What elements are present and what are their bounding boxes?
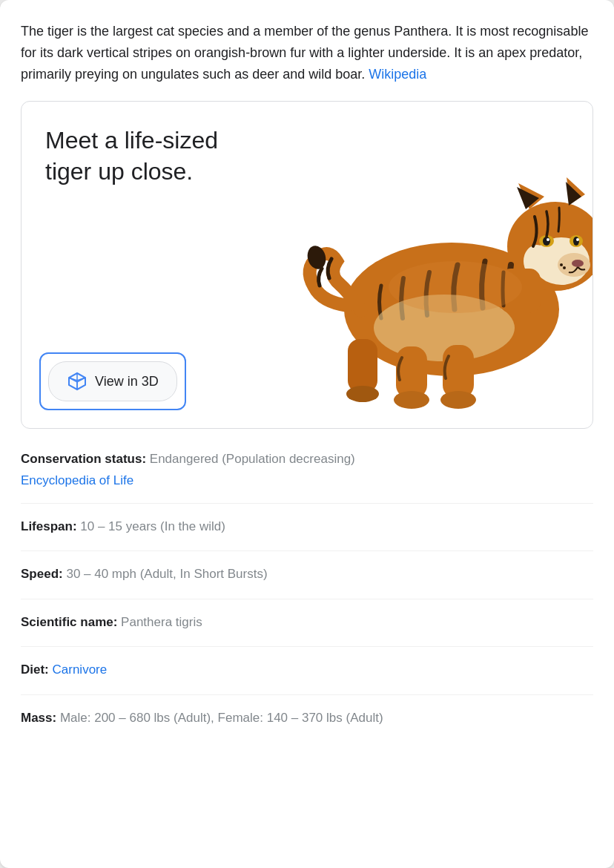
tiger-illustration [281, 109, 592, 421]
view-3d-frame: View in 3D [39, 352, 186, 410]
view-3d-wrapper: View in 3D [22, 352, 296, 428]
scientific-name-row: Scientific name: Panthera tigris [21, 599, 593, 632]
view-in-3d-button[interactable]: View in 3D [48, 361, 177, 401]
ar-text-section: Meet a life-sized tiger up close. [22, 102, 268, 350]
lifespan-value-text: 10 – 15 years (In the wild) [80, 519, 225, 533]
svg-point-21 [394, 391, 429, 409]
mass-label: Mass: [21, 711, 56, 725]
lifespan-label: Lifespan: [21, 519, 77, 533]
3d-cube-icon [67, 371, 88, 392]
conservation-value-text: Endangered (Population decreasing) [150, 452, 355, 466]
svg-point-14 [572, 260, 584, 267]
svg-point-23 [440, 391, 476, 409]
speed-value-text: 30 – 40 mph (Adult, In Short Bursts) [66, 567, 267, 581]
svg-rect-20 [396, 346, 427, 398]
facts-section: Conservation status: Endangered (Populat… [21, 447, 593, 745]
speed-label: Speed: [21, 567, 63, 581]
ar-card: Meet a life-sized tiger up close. [21, 101, 593, 429]
speed-row: Speed: 30 – 40 mph (Adult, In Short Burs… [21, 550, 593, 584]
svg-point-13 [576, 238, 579, 241]
wikipedia-link[interactable]: Wikipedia [369, 67, 426, 82]
diet-label: Diet: [21, 662, 49, 677]
tiger-description: The tiger is the largest cat species and… [21, 21, 593, 85]
mass-value-text: Male: 200 – 680 lbs (Adult), Female: 140… [60, 711, 383, 725]
conservation-label: Conservation status: [21, 452, 146, 466]
svg-point-25 [346, 386, 379, 402]
svg-point-9 [543, 237, 550, 246]
ar-card-inner: Meet a life-sized tiger up close. [22, 102, 592, 428]
svg-point-12 [573, 237, 579, 246]
svg-rect-22 [443, 345, 474, 398]
diet-row: Diet: Carnivore [21, 646, 593, 680]
scientific-name-value-text: Panthera tigris [121, 615, 202, 629]
svg-point-10 [547, 238, 549, 241]
diet-value-link[interactable]: Carnivore [53, 662, 108, 677]
conservation-row: Conservation status: Endangered (Populat… [21, 450, 593, 469]
svg-point-16 [563, 266, 566, 269]
tiger-image-area [281, 102, 592, 428]
svg-point-15 [560, 263, 563, 266]
svg-rect-24 [348, 339, 377, 392]
description-text: The tiger is the largest cat species and… [21, 24, 588, 82]
lifespan-row: Lifespan: 10 – 15 years (In the wild) [21, 503, 593, 536]
scientific-name-label: Scientific name: [21, 615, 117, 629]
svg-point-27 [389, 261, 522, 313]
mass-row: Mass: Male: 200 – 680 lbs (Adult), Femal… [21, 694, 593, 728]
eol-link[interactable]: Encyclopedia of Life [21, 473, 593, 488]
view-3d-label: View in 3D [95, 374, 159, 389]
ar-title: Meet a life-sized tiger up close. [45, 125, 268, 187]
main-card: The tiger is the largest cat species and… [0, 0, 614, 868]
